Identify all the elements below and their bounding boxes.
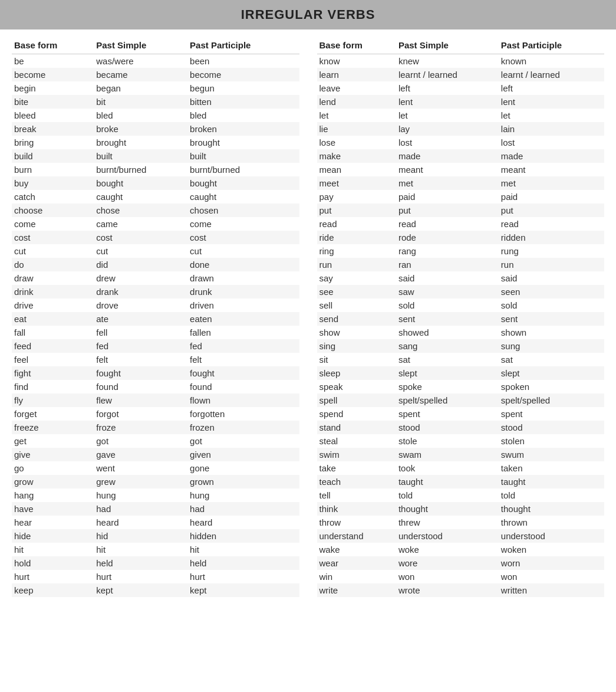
table-cell: understand [317,529,396,543]
table-cell: hit [12,543,94,556]
table-cell: spoken [499,380,604,393]
table-row: saysaidsaid [317,271,605,285]
table-cell: put [396,204,499,217]
table-cell: begin [12,81,94,95]
table-cell: said [499,271,604,285]
table-cell: made [499,149,604,163]
table-row: sellsoldsold [317,299,605,312]
table-cell: show [317,326,396,339]
table-cell: chosen [187,204,299,217]
table-cell: drank [94,285,187,299]
table-cell: left [396,81,499,95]
table-cell: had [187,502,299,516]
table-cell: feel [12,353,94,366]
table-cell: meet [317,176,396,190]
table-cell: cut [187,244,299,258]
table-cell: ridden [499,231,604,244]
left-col-past-simple: Past Simple [94,35,187,54]
table-cell: flew [94,393,187,407]
right-col-past-participle: Past Participle [499,35,604,54]
table-cell: freeze [12,421,94,434]
table-row: lielaylain [317,122,605,136]
table-cell: bled [94,109,187,122]
table-row: breakbrokebroken [12,122,299,136]
table-cell: driven [187,299,299,312]
table-cell: swim [317,448,396,461]
table-cell: won [499,570,604,583]
table-cell: make [317,149,396,163]
table-row: knowknewknown [317,54,605,68]
table-row: meetmetmet [317,176,605,190]
table-cell: took [396,461,499,475]
table-cell: drink [12,285,94,299]
table-cell: become [12,68,94,81]
table-cell: thought [396,502,499,516]
table-cell: hung [94,488,187,502]
table-row: wearworeworn [317,556,605,570]
table-cell: understood [396,529,499,543]
table-cell: drove [94,299,187,312]
table-row: keepkeptkept [12,583,299,597]
table-cell: worn [499,556,604,570]
table-cell: build [12,149,94,163]
table-cell: speak [317,380,396,393]
table-cell: draw [12,271,94,285]
table-cell: win [317,570,396,583]
table-cell: grown [187,475,299,488]
table-cell: frozen [187,421,299,434]
table-cell: built [94,149,187,163]
table-row: hurthurthurt [12,570,299,583]
table-cell: spelt/spelled [499,393,604,407]
table-cell: brought [187,136,299,149]
table-row: wakewokewoken [317,543,605,556]
table-cell: ride [317,231,396,244]
table-row: costcostcost [12,231,299,244]
table-cell: kept [187,583,299,597]
table-cell: know [317,54,396,68]
table-row: showshowedshown [317,326,605,339]
table-row: sitsatsat [317,353,605,366]
table-cell: wore [396,556,499,570]
left-table-body: bewas/werebeenbecomebecamebecomebeginbeg… [12,54,299,598]
table-cell: spend [317,407,396,421]
table-cell: lent [396,95,499,109]
table-row: seesawseen [317,285,605,299]
table-cell: get [12,434,94,448]
table-cell: fly [12,393,94,407]
table-row: flyflewflown [12,393,299,407]
table-cell: caught [187,190,299,204]
table-row: letletlet [317,109,605,122]
table-cell: drawn [187,271,299,285]
table-cell: woke [396,543,499,556]
table-cell: felt [94,353,187,366]
table-cell: won [396,570,499,583]
table-cell: sent [499,312,604,326]
table-cell: lie [317,122,396,136]
table-cell: written [499,583,604,597]
table-cell: saw [396,285,499,299]
title-bar: IRREGULAR VERBS [0,0,616,29]
table-cell: grew [94,475,187,488]
table-cell: held [187,556,299,570]
table-cell: gone [187,461,299,475]
table-row: eatateeaten [12,312,299,326]
left-col-base: Base form [12,35,94,54]
table-cell: give [12,448,94,461]
table-cell: put [499,204,604,217]
table-cell: think [317,502,396,516]
table-cell: fallen [187,326,299,339]
table-row: hithithit [12,543,299,556]
table-cell: said [396,271,499,285]
table-cell: was/were [94,54,187,68]
table-row: lendlentlent [317,95,605,109]
table-row: getgotgot [12,434,299,448]
right-table-container: Base form Past Simple Past Participle kn… [317,35,605,597]
table-cell: shown [499,326,604,339]
table-cell: held [94,556,187,570]
table-cell: met [499,176,604,190]
table-cell: brought [94,136,187,149]
table-row: comecamecome [12,217,299,231]
table-row: throwthrewthrown [317,516,605,529]
table-cell: known [499,54,604,68]
table-cell: made [396,149,499,163]
